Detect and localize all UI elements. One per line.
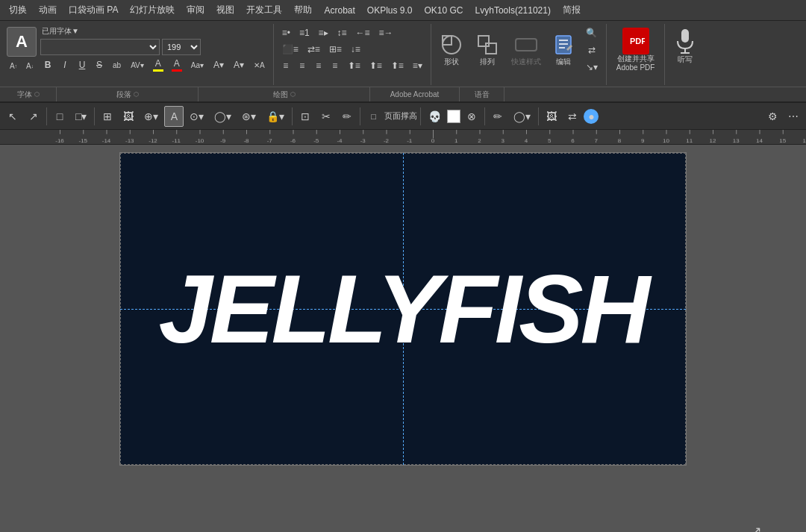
slide-canvas[interactable]: JELLYFISH xyxy=(119,152,687,466)
indent-increase-button[interactable]: ≡→ xyxy=(375,25,397,40)
jellyfish-text[interactable]: JELLYFISH xyxy=(158,260,647,357)
menu-slideshow[interactable]: 幻灯片放映 xyxy=(124,1,181,19)
menu-devtools[interactable]: 开发工具 xyxy=(240,1,288,19)
transform-button[interactable]: ⊡ xyxy=(296,106,315,127)
justify-button[interactable]: ≡ xyxy=(328,58,343,73)
font-large-button[interactable]: A▾ xyxy=(210,57,228,72)
align-right-button[interactable]: ≡ xyxy=(311,58,326,73)
align-center-button[interactable]: ≡ xyxy=(295,58,310,73)
font-size-select[interactable]: 199 xyxy=(162,39,201,55)
menu-view[interactable]: 视图 xyxy=(210,1,240,19)
font-case-button[interactable]: Aa▾ xyxy=(187,57,207,72)
underline-button[interactable]: U xyxy=(75,57,90,72)
bold-button[interactable]: B xyxy=(40,57,55,72)
text-button[interactable]: A xyxy=(164,106,184,127)
settings-button[interactable]: ⚙ xyxy=(763,106,782,127)
quick-style-button[interactable]: 快速样式 xyxy=(507,31,545,69)
skull-button[interactable]: 💀 xyxy=(424,106,446,127)
vertical-center-guide xyxy=(403,152,404,466)
strikethrough-button[interactable]: S xyxy=(92,57,107,72)
media-button[interactable]: ⊙▾ xyxy=(185,106,208,127)
swap-button[interactable]: ⇄ xyxy=(563,106,582,127)
italic-button[interactable]: I xyxy=(57,57,72,72)
find-button[interactable]: 🔍 xyxy=(582,25,602,40)
effect-button[interactable]: 🔒▾ xyxy=(262,106,289,127)
already-used-label[interactable]: 已用字体▼ xyxy=(40,25,269,37)
select-button[interactable]: ↘▾ xyxy=(582,60,602,75)
checkbox-toggle[interactable]: □ xyxy=(363,106,383,127)
font-big-a-button[interactable]: A xyxy=(7,27,37,57)
voice-section-label[interactable]: 语音 xyxy=(460,87,504,101)
align-top-button[interactable]: ⬆≡ xyxy=(344,58,364,73)
menu-review[interactable]: 审阅 xyxy=(181,1,210,19)
smartart-indent-button[interactable]: ↓≡ xyxy=(347,42,364,57)
menu-help[interactable]: 帮助 xyxy=(288,1,318,19)
create-pdf-button[interactable]: PDF 创建并共享Adobe PDF xyxy=(613,25,659,75)
toolbar-sep3 xyxy=(292,107,293,125)
font-color-button[interactable]: A xyxy=(169,57,185,73)
shadow-button[interactable]: ab xyxy=(109,57,125,72)
insert-button[interactable]: ⊕▾ xyxy=(140,106,163,127)
menu-acrobat[interactable]: Acrobat xyxy=(318,2,360,19)
edit-button[interactable]: 编辑 xyxy=(549,31,578,69)
list-outline-button[interactable]: ≡▸ xyxy=(315,25,332,40)
menu-ok10gc[interactable]: OK10 GC xyxy=(419,2,469,19)
no-fill-button[interactable]: ⊗ xyxy=(462,106,481,127)
circle-button[interactable]: ● xyxy=(584,109,599,124)
highlight-color-button[interactable]: A xyxy=(150,57,166,73)
menu-jianbao[interactable]: 简报 xyxy=(557,1,587,19)
menu-bar: 切换 动画 口袋动画 PA 幻灯片放映 审阅 视图 开发工具 帮助 Acroba… xyxy=(0,0,806,21)
adobe-section-label[interactable]: Adobe Acrobat xyxy=(370,87,460,101)
font-small-button[interactable]: A▾ xyxy=(230,57,248,72)
text-options-button[interactable]: ≡▾ xyxy=(409,58,426,73)
font-a-label: A xyxy=(16,32,28,51)
image-button[interactable]: 🖼 xyxy=(119,106,138,127)
canvas-area[interactable]: JELLYFISH ↗ xyxy=(0,145,806,532)
more-button[interactable]: ⋯ xyxy=(784,106,803,127)
para-section-label[interactable]: 段落 ⬡ xyxy=(57,87,199,101)
menu-qiehuan[interactable]: 切换 xyxy=(3,1,33,19)
menu-lvyhtools[interactable]: LvyhTools(211021) xyxy=(469,2,557,19)
pencil-button[interactable]: ✏ xyxy=(488,106,507,127)
svg-rect-3 xyxy=(486,43,496,54)
white-box-button[interactable] xyxy=(447,110,460,123)
clear-format-button[interactable]: ✕A xyxy=(250,57,269,72)
font-name-select[interactable] xyxy=(40,39,160,55)
crop-button[interactable]: ✂ xyxy=(316,106,336,127)
indent-decrease-button[interactable]: ←≡ xyxy=(352,25,374,40)
arrange-button[interactable]: 排列 xyxy=(472,31,503,69)
align-left-button[interactable]: ⬛≡ xyxy=(278,42,302,57)
shape-draw-button[interactable]: ◯▾ xyxy=(509,106,535,127)
draw-section-label[interactable]: 绘图 ⬡ xyxy=(199,87,370,101)
font-size-down-button[interactable]: A↓ xyxy=(22,58,37,73)
pointer-button[interactable]: ↖ xyxy=(3,106,22,127)
list-number-button[interactable]: ≡1 xyxy=(296,25,313,40)
font-section-label[interactable]: 字体 ⬡ xyxy=(0,87,57,101)
font-size-up-button[interactable]: A↑ xyxy=(6,58,21,73)
para-expand-icon: ⬡ xyxy=(134,91,139,98)
select-rect-button[interactable]: □ xyxy=(50,106,69,127)
select-poly-button[interactable]: □▾ xyxy=(71,106,91,127)
fill-button[interactable]: ◯▾ xyxy=(210,106,236,127)
font-format-row: B I U S ab AV▾ A A xyxy=(40,57,269,73)
list-bullet-button[interactable]: ≡• xyxy=(278,25,294,40)
pen-button[interactable]: ✏ xyxy=(337,106,357,127)
arrow-select-button[interactable]: ↗ xyxy=(24,106,43,127)
ribbon-labels: 字体 ⬡ 段落 ⬡ 绘图 ⬡ Adobe Acrobat 语音 xyxy=(0,87,806,101)
dictate-button[interactable]: 听写 xyxy=(671,25,699,67)
menu-donghua[interactable]: 动画 xyxy=(33,1,63,19)
line-spacing-button[interactable]: ↕≡ xyxy=(334,25,351,40)
text-direction-button[interactable]: ⇄≡ xyxy=(304,42,324,57)
menu-pocket[interactable]: 口袋动画 PA xyxy=(63,1,124,19)
spacing-button[interactable]: AV▾ xyxy=(127,57,148,72)
replace-button[interactable]: ⇄ xyxy=(582,43,602,57)
align-middle-button[interactable]: ⬆≡ xyxy=(366,58,386,73)
stroke-button[interactable]: ⊛▾ xyxy=(237,106,260,127)
photo-button[interactable]: 🖼 xyxy=(542,106,561,127)
align-bottom-button[interactable]: ⬆≡ xyxy=(387,58,407,73)
menu-okplus[interactable]: OKPlus 9.0 xyxy=(361,2,419,19)
columns-button[interactable]: ⊞≡ xyxy=(325,42,346,57)
align-left2-button[interactable]: ≡ xyxy=(278,58,293,73)
shapes-button[interactable]: 形状 xyxy=(436,31,467,69)
table-button[interactable]: ⊞ xyxy=(98,106,117,127)
